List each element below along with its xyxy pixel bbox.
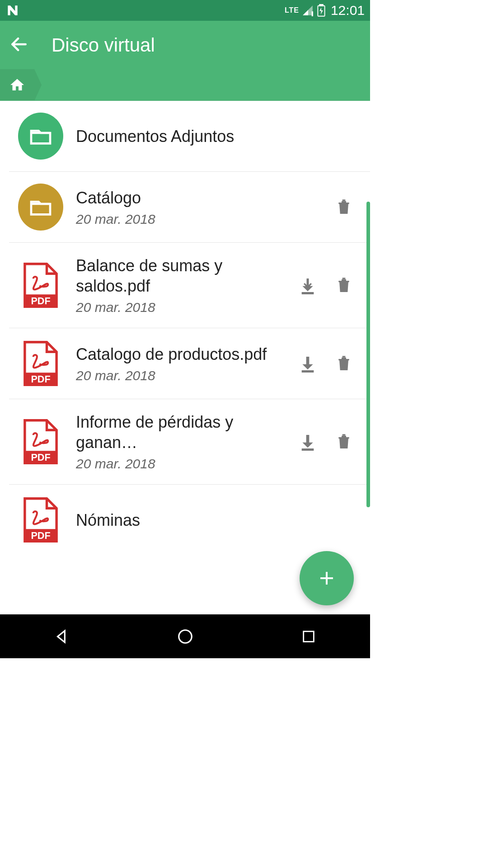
pdf-icon: PDF <box>22 419 60 464</box>
status-bar: LTE 12:01 <box>0 0 370 21</box>
list-item[interactable]: PDF Nóminas <box>9 485 370 555</box>
download-button[interactable] <box>298 354 318 373</box>
item-text: Nóminas <box>76 510 354 530</box>
item-date: 20 mar. 2018 <box>76 212 321 227</box>
item-title: Documentos Adjuntos <box>76 126 354 146</box>
list-item[interactable]: PDF Informe de pérdidas y ganan… 20 mar.… <box>9 399 370 485</box>
item-text: Informe de pérdidas y ganan… 20 mar. 201… <box>76 412 285 472</box>
list-item[interactable]: PDF Catalogo de productos.pdf 20 mar. 20… <box>9 328 370 399</box>
status-left <box>5 3 20 18</box>
file-list[interactable]: Documentos Adjuntos Catálogo 20 mar. 201… <box>0 101 370 614</box>
home-icon <box>9 77 25 93</box>
item-text: Documentos Adjuntos <box>76 126 354 146</box>
list-item[interactable]: PDF Balance de sumas y saldos.pdf 20 mar… <box>9 243 370 328</box>
svg-text:PDF: PDF <box>31 295 50 307</box>
item-title: Informe de pérdidas y ganan… <box>76 412 285 453</box>
trash-icon <box>335 197 353 217</box>
svg-rect-0 <box>312 11 313 16</box>
item-actions <box>298 354 354 373</box>
download-icon <box>299 354 317 373</box>
back-button[interactable] <box>9 34 29 56</box>
add-fab[interactable] <box>300 551 354 605</box>
item-icon: PDF <box>18 497 63 542</box>
breadcrumb <box>0 69 370 101</box>
svg-rect-24 <box>303 631 314 642</box>
page-title: Disco virtual <box>52 34 155 56</box>
plus-icon <box>316 567 338 589</box>
nav-back[interactable] <box>35 621 89 652</box>
clock: 12:01 <box>331 3 365 18</box>
item-date: 20 mar. 2018 <box>76 368 285 383</box>
svg-rect-2 <box>319 4 323 6</box>
android-n-icon <box>5 3 20 18</box>
item-icon: PDF <box>18 341 63 386</box>
download-icon <box>299 433 317 451</box>
network-label: LTE <box>285 6 299 14</box>
item-text: Catalogo de productos.pdf 20 mar. 2018 <box>76 344 285 383</box>
item-actions <box>298 275 354 295</box>
item-text: Catálogo 20 mar. 2018 <box>76 188 321 227</box>
item-icon: PDF <box>18 263 63 308</box>
scroll-indicator <box>366 202 370 507</box>
download-button[interactable] <box>298 275 318 295</box>
svg-rect-11 <box>306 357 310 366</box>
folder-icon <box>28 123 53 149</box>
navigation-bar <box>0 614 370 658</box>
svg-rect-8 <box>343 278 346 279</box>
delete-button[interactable] <box>334 197 354 217</box>
nav-back-icon <box>53 628 70 645</box>
svg-rect-4 <box>343 199 346 201</box>
svg-point-23 <box>178 630 192 643</box>
download-icon <box>299 276 317 294</box>
item-date: 20 mar. 2018 <box>76 456 285 472</box>
list-item[interactable]: Documentos Adjuntos <box>9 101 370 172</box>
item-actions <box>298 432 354 452</box>
download-button[interactable] <box>298 432 318 452</box>
svg-rect-17 <box>302 448 314 451</box>
svg-rect-16 <box>306 435 310 444</box>
trash-icon <box>335 432 353 452</box>
nav-recent[interactable] <box>282 621 336 652</box>
status-right: LTE 12:01 <box>285 3 365 18</box>
delete-button[interactable] <box>334 275 354 295</box>
signal-icon <box>302 5 314 16</box>
pdf-icon: PDF <box>22 341 60 386</box>
item-actions <box>334 197 354 217</box>
item-icon: PDF <box>18 419 63 464</box>
list-item[interactable]: Catálogo 20 mar. 2018 <box>9 172 370 243</box>
item-title: Nóminas <box>76 510 354 530</box>
app-bar: Disco virtual <box>0 21 370 69</box>
nav-recent-icon <box>301 629 316 644</box>
delete-button[interactable] <box>334 432 354 452</box>
svg-rect-18 <box>343 434 346 435</box>
svg-rect-13 <box>343 356 346 357</box>
trash-icon <box>335 354 353 373</box>
svg-text:PDF: PDF <box>31 373 50 385</box>
svg-rect-12 <box>302 370 314 373</box>
svg-text:PDF: PDF <box>31 530 50 541</box>
item-icon <box>18 184 63 230</box>
item-date: 20 mar. 2018 <box>76 300 285 315</box>
pdf-icon: PDF <box>22 497 60 542</box>
item-title: Catálogo <box>76 188 321 208</box>
svg-rect-7 <box>302 292 314 294</box>
item-title: Balance de sumas y saldos.pdf <box>76 255 285 296</box>
trash-icon <box>335 275 353 295</box>
nav-home-icon <box>177 628 194 645</box>
battery-charging-icon <box>316 4 326 17</box>
item-icon <box>18 113 63 159</box>
delete-button[interactable] <box>334 354 354 373</box>
svg-text:PDF: PDF <box>31 452 50 463</box>
breadcrumb-home[interactable] <box>0 69 34 101</box>
pdf-icon: PDF <box>22 263 60 308</box>
item-text: Balance de sumas y saldos.pdf 20 mar. 20… <box>76 255 285 315</box>
folder-icon <box>28 194 53 220</box>
nav-home[interactable] <box>158 621 212 652</box>
item-title: Catalogo de productos.pdf <box>76 344 285 364</box>
